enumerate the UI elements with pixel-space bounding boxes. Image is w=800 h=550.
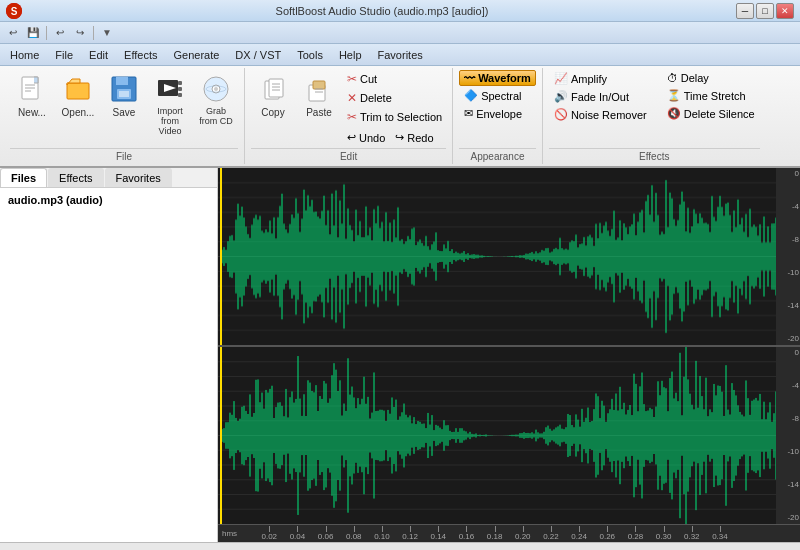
- svg-point-18: [214, 87, 218, 91]
- fade-in-out-button[interactable]: 🔊 Fade In/Out: [549, 88, 652, 105]
- ribbon-group-file: New... Open... Save Import from Video: [4, 68, 245, 164]
- qa-save-button[interactable]: 💾: [24, 25, 42, 41]
- save-label: Save: [113, 107, 136, 118]
- menu-tools[interactable]: Tools: [289, 47, 331, 63]
- waveform-area[interactable]: 0 -4 -8 -10 -14 -20 0 -4 -8 -10 -14 -20: [218, 168, 800, 542]
- menu-home[interactable]: Home: [2, 47, 47, 63]
- appearance-group-label: Appearance: [459, 148, 536, 162]
- close-button[interactable]: ✕: [776, 3, 794, 19]
- trim-icon: ✂: [347, 110, 357, 124]
- open-button[interactable]: Open...: [56, 70, 100, 121]
- channel-top[interactable]: 0 -4 -8 -10 -14 -20: [218, 168, 800, 347]
- waveform-icon: 〰: [464, 72, 475, 84]
- menu-generate[interactable]: Generate: [165, 47, 227, 63]
- qa-redo-button[interactable]: ↪: [71, 25, 89, 41]
- minimize-button[interactable]: ─: [736, 3, 754, 19]
- spectral-icon: 🔷: [464, 89, 478, 102]
- position-marker-bottom: [220, 347, 222, 524]
- qa-back-button[interactable]: ↩: [4, 25, 22, 41]
- new-icon: [16, 73, 48, 105]
- file-item[interactable]: audio.mp3 (audio): [4, 192, 213, 208]
- undo-button[interactable]: ↩ Undo: [343, 129, 389, 146]
- open-icon: [62, 73, 94, 105]
- waveform-button[interactable]: 〰 Waveform: [459, 70, 536, 86]
- menu-favorites[interactable]: Favorites: [370, 47, 431, 63]
- noise-remover-button[interactable]: 🚫 Noise Remover: [549, 106, 652, 123]
- menu-file[interactable]: File: [47, 47, 81, 63]
- qa-separator: [46, 26, 47, 40]
- titlebar: S SoftlBoost Audio Studio (audio.mp3 [au…: [0, 0, 800, 22]
- qa-undo-button[interactable]: ↩: [51, 25, 69, 41]
- delay-button[interactable]: ⏱ Delay: [662, 70, 760, 86]
- menu-dx-vst[interactable]: DX / VST: [227, 47, 289, 63]
- cut-button[interactable]: ✂ Cut: [343, 70, 446, 88]
- delete-button[interactable]: ✕ Delete: [343, 89, 446, 107]
- svg-rect-26: [313, 81, 325, 89]
- import-video-label: Import from Video: [151, 107, 189, 137]
- effects-col2: ⏱ Delay ⏳ Time Stretch 🔇 Delete Silence: [662, 70, 760, 122]
- waveform-label: Waveform: [478, 72, 531, 84]
- undo-icon: ↩: [347, 131, 356, 144]
- envelope-button[interactable]: ✉ Envelope: [459, 105, 536, 122]
- ribbon: New... Open... Save Import from Video: [0, 66, 800, 168]
- tab-effects[interactable]: Effects: [48, 168, 103, 187]
- delete-icon: ✕: [347, 91, 357, 105]
- channel-bottom[interactable]: 0 -4 -8 -10 -14 -20: [218, 347, 800, 524]
- delay-label: Delay: [681, 72, 709, 84]
- spectral-button[interactable]: 🔷 Spectral: [459, 87, 536, 104]
- delete-silence-button[interactable]: 🔇 Delete Silence: [662, 105, 760, 122]
- trim-to-selection-button[interactable]: ✂ Trim to Selection: [343, 108, 446, 126]
- grab-cd-label: Grab from CD: [197, 107, 235, 127]
- svg-rect-8: [116, 77, 128, 85]
- svg-rect-10: [119, 91, 129, 97]
- import-video-icon: [154, 73, 186, 105]
- time-markers: 0.020.040.060.080.100.120.140.160.180.20…: [241, 526, 748, 542]
- amplify-icon: 📈: [554, 72, 568, 85]
- maximize-button[interactable]: □: [756, 3, 774, 19]
- noise-icon: 🚫: [554, 108, 568, 121]
- menu-effects[interactable]: Effects: [116, 47, 165, 63]
- waveform-canvas-bottom: [218, 347, 800, 524]
- save-button[interactable]: Save: [102, 70, 146, 121]
- main-area: Files Effects Favorites audio.mp3 (audio…: [0, 168, 800, 542]
- delay-icon: ⏱: [667, 72, 678, 84]
- copy-button[interactable]: Copy: [251, 70, 295, 121]
- file-group-label: File: [10, 148, 238, 162]
- edit-group-label: Edit: [251, 148, 446, 162]
- timeline: hms 0.020.040.060.080.100.120.140.160.18…: [218, 524, 800, 542]
- spectral-label: Spectral: [481, 90, 521, 102]
- panel-tabs: Files Effects Favorites: [0, 168, 217, 188]
- redo-button[interactable]: ↪ Redo: [391, 129, 437, 146]
- paste-button[interactable]: Paste: [297, 70, 341, 121]
- copy-label: Copy: [261, 107, 284, 118]
- undo-label: Undo: [359, 132, 385, 144]
- qa-customize[interactable]: ▼: [102, 27, 112, 38]
- menu-edit[interactable]: Edit: [81, 47, 116, 63]
- transport-bar: ▶ ⏹ ● |◀ ▶| ■ ⏸ ⏺ ◀◀ ▶▶ 🔍+ 🔍- ⤢ ⊡ ↕+ ↕- …: [0, 542, 800, 550]
- copy-icon: [257, 73, 289, 105]
- tab-files[interactable]: Files: [0, 168, 47, 187]
- qa-separator2: [93, 26, 94, 40]
- menu-help[interactable]: Help: [331, 47, 370, 63]
- noise-label: Noise Remover: [571, 109, 647, 121]
- ribbon-group-effects: 📈 Amplify 🔊 Fade In/Out 🚫 Noise Remover …: [543, 68, 766, 164]
- new-button[interactable]: New...: [10, 70, 54, 121]
- import-from-video-button[interactable]: Import from Video: [148, 70, 192, 140]
- left-panel: Files Effects Favorites audio.mp3 (audio…: [0, 168, 218, 542]
- appearance-buttons: 〰 Waveform 🔷 Spectral ✉ Envelope: [459, 70, 536, 122]
- time-stretch-label: Time Stretch: [684, 90, 746, 102]
- grab-from-cd-button[interactable]: Grab from CD: [194, 70, 238, 130]
- amplify-button[interactable]: 📈 Amplify: [549, 70, 652, 87]
- svg-rect-21: [269, 79, 283, 97]
- app-title: SoftlBoost Audio Studio (audio.mp3 [audi…: [28, 5, 736, 17]
- envelope-label: Envelope: [476, 108, 522, 120]
- amplify-label: Amplify: [571, 73, 607, 85]
- svg-rect-15: [178, 93, 182, 97]
- tab-favorites[interactable]: Favorites: [105, 168, 172, 187]
- new-label: New...: [18, 107, 46, 118]
- svg-rect-14: [178, 87, 182, 91]
- cut-icon: ✂: [347, 72, 357, 86]
- time-stretch-button[interactable]: ⏳ Time Stretch: [662, 87, 760, 104]
- open-label: Open...: [62, 107, 95, 118]
- edit-small-buttons: ✂ Cut ✕ Delete ✂ Trim to Selection ↩ Und…: [343, 70, 446, 146]
